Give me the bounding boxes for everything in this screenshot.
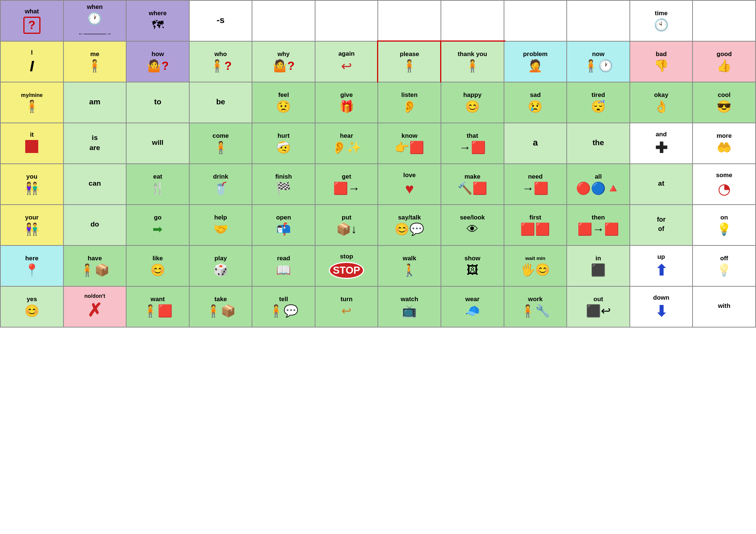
cell-time[interactable]: time 🕙 bbox=[630, 1, 693, 42]
cell-give[interactable]: give 🎁 bbox=[315, 82, 379, 123]
cell-no-dont[interactable]: no/don't ✗ bbox=[64, 287, 127, 328]
cell-say-talk[interactable]: say/talk 😊💬 bbox=[378, 205, 441, 246]
cell-will[interactable]: will bbox=[127, 123, 190, 164]
label-some: some bbox=[716, 172, 732, 179]
cell-then[interactable]: then 🟥→🟥 bbox=[567, 205, 630, 246]
label-suffix-s: -s bbox=[217, 15, 225, 26]
cell-when[interactable]: when 🕐←————→ bbox=[64, 1, 127, 42]
cell-am[interactable]: am bbox=[64, 82, 127, 123]
cell-love[interactable]: love ♥ bbox=[378, 164, 441, 205]
cell-suffix-s[interactable]: -s bbox=[190, 1, 253, 42]
cell-all[interactable]: all 🔴🔵🔺 bbox=[567, 164, 630, 205]
cell-now[interactable]: now 🧍🕐 bbox=[567, 42, 630, 82]
cell-know[interactable]: know 👉🟥 bbox=[378, 123, 441, 164]
cell-do[interactable]: do bbox=[64, 205, 127, 246]
cell-down[interactable]: down ⬇ bbox=[630, 287, 693, 328]
cell-okay[interactable]: okay 👌 bbox=[630, 82, 693, 123]
cell-feel[interactable]: feel 😟 bbox=[252, 82, 315, 123]
cell-want[interactable]: want 🧍🟥 bbox=[127, 287, 190, 328]
label-want: want bbox=[151, 296, 165, 303]
cell-for-of[interactable]: for of bbox=[630, 205, 693, 246]
cell-first[interactable]: first 🟥🟥 bbox=[504, 205, 567, 246]
cell-be[interactable]: be bbox=[190, 82, 253, 123]
cell-good[interactable]: good 👍 bbox=[693, 42, 756, 82]
cell-thank-you[interactable]: thank you 🧍 bbox=[441, 42, 504, 82]
cell-that[interactable]: that →🟥 bbox=[441, 123, 504, 164]
cell-see-look[interactable]: see/look 👁 bbox=[441, 205, 504, 246]
cell-where[interactable]: where 🗺 bbox=[127, 1, 190, 42]
icon-problem: 🤦 bbox=[528, 59, 543, 72]
cell-more[interactable]: more 🤲 bbox=[693, 123, 756, 164]
label-again: again bbox=[338, 50, 355, 58]
cell-sad[interactable]: sad 😢 bbox=[504, 82, 567, 123]
cell-me[interactable]: me 🧍 bbox=[64, 42, 127, 82]
cell-drink[interactable]: drink 🥤 bbox=[190, 164, 253, 205]
cell-like[interactable]: like 😊 bbox=[127, 246, 190, 287]
cell-and[interactable]: and ✚ bbox=[630, 123, 693, 164]
cell-at[interactable]: at bbox=[630, 164, 693, 205]
cell-in[interactable]: in ⬛ bbox=[567, 246, 630, 287]
cell-show[interactable]: show 🖼 bbox=[441, 246, 504, 287]
cell-eat[interactable]: eat 🍴 bbox=[127, 164, 190, 205]
label-like: like bbox=[153, 255, 163, 262]
cell-turn[interactable]: turn ↩ bbox=[315, 287, 379, 328]
cell-work[interactable]: work 🧍🔧 bbox=[504, 287, 567, 328]
cell-some[interactable]: some ◔ bbox=[693, 164, 756, 205]
cell-make[interactable]: make 🔨🟥 bbox=[441, 164, 504, 205]
label-show: show bbox=[464, 255, 480, 262]
cell-hear[interactable]: hear 👂✨ bbox=[315, 123, 379, 164]
icon-up-arrow: ⬆ bbox=[655, 262, 668, 279]
cell-here[interactable]: here 📍 bbox=[1, 246, 64, 287]
cell-can[interactable]: can bbox=[64, 164, 127, 205]
cell-stop[interactable]: stop STOP bbox=[315, 246, 379, 287]
cell-please[interactable]: please 🧍 bbox=[378, 42, 441, 82]
cell-happy[interactable]: happy 😊 bbox=[441, 82, 504, 123]
cell-i[interactable]: I I bbox=[1, 42, 64, 82]
cell-open[interactable]: open 📬 bbox=[252, 205, 315, 246]
cell-play[interactable]: play 🎲 bbox=[190, 246, 253, 287]
cell-on[interactable]: on 💡 bbox=[693, 205, 756, 246]
cell-why[interactable]: why 🤷? bbox=[252, 42, 315, 82]
cell-my-mine[interactable]: my/mine 🧍 bbox=[1, 82, 64, 123]
cell-tell[interactable]: tell 🧍💬 bbox=[252, 287, 315, 328]
cell-it[interactable]: it bbox=[1, 123, 64, 164]
cell-who[interactable]: who 🧍? bbox=[190, 42, 253, 82]
cell-listen[interactable]: listen 👂 bbox=[378, 82, 441, 123]
cell-up[interactable]: up ⬆ bbox=[630, 246, 693, 287]
cell-again[interactable]: again ↩ bbox=[315, 42, 379, 82]
cell-with[interactable]: with bbox=[693, 287, 756, 328]
cell-finish[interactable]: finish 🏁 bbox=[252, 164, 315, 205]
cell-what[interactable]: what ? bbox=[1, 1, 64, 42]
cell-wear[interactable]: wear 🧢 bbox=[441, 287, 504, 328]
cell-hurt[interactable]: hurt 🤕 bbox=[252, 123, 315, 164]
cell-wait-min[interactable]: wait min 🖐😊 bbox=[504, 246, 567, 287]
cell-you[interactable]: you 👫 bbox=[1, 164, 64, 205]
cell-bad[interactable]: bad 👎 bbox=[630, 42, 693, 82]
cell-cool[interactable]: cool 😎 bbox=[693, 82, 756, 123]
cell-help[interactable]: help 🤝 bbox=[190, 205, 253, 246]
cell-is-are[interactable]: is are bbox=[64, 123, 127, 164]
cell-a[interactable]: a bbox=[504, 123, 567, 164]
icon-wait-min: 🖐😊 bbox=[520, 263, 550, 276]
cell-problem[interactable]: problem 🤦 bbox=[504, 42, 567, 82]
icon-make: 🔨🟥 bbox=[458, 182, 487, 195]
cell-come[interactable]: come 🧍 bbox=[190, 123, 253, 164]
cell-get[interactable]: get 🟥→ bbox=[315, 164, 379, 205]
cell-tired[interactable]: tired 😴 bbox=[567, 82, 630, 123]
cell-out[interactable]: out ⬛↩ bbox=[567, 287, 630, 328]
cell-off[interactable]: off 💡 bbox=[693, 246, 756, 287]
cell-take[interactable]: take 🧍📦 bbox=[190, 287, 253, 328]
cell-walk[interactable]: walk 🚶 bbox=[378, 246, 441, 287]
cell-yes[interactable]: yes 😊 bbox=[1, 287, 64, 328]
cell-your[interactable]: your 👫 bbox=[1, 205, 64, 246]
icon-no-dont: ✗ bbox=[87, 301, 102, 320]
cell-watch[interactable]: watch 📺 bbox=[378, 287, 441, 328]
cell-read[interactable]: read 📖 bbox=[252, 246, 315, 287]
cell-how[interactable]: how 🤷? bbox=[127, 42, 190, 82]
cell-have[interactable]: have 🧍📦 bbox=[64, 246, 127, 287]
cell-go[interactable]: go ➡ bbox=[127, 205, 190, 246]
cell-need[interactable]: need →🟥 bbox=[504, 164, 567, 205]
cell-the[interactable]: the bbox=[567, 123, 630, 164]
cell-to[interactable]: to bbox=[127, 82, 190, 123]
cell-put[interactable]: put 📦↓ bbox=[315, 205, 379, 246]
